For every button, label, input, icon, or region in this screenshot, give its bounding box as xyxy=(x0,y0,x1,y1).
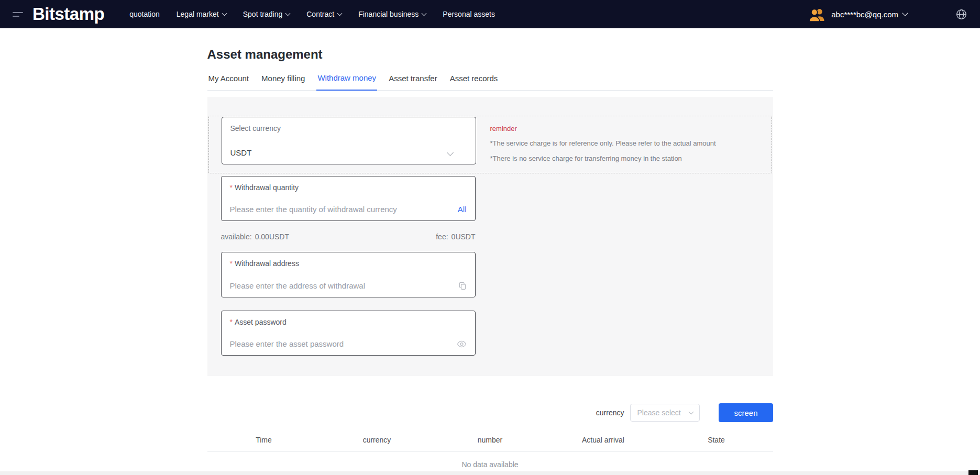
eye-visibility-icon[interactable] xyxy=(457,340,467,348)
chevron-down-icon xyxy=(337,10,343,16)
tab-withdraw-money[interactable]: Withdraw money xyxy=(316,73,377,91)
balance-fee-row: available: 0.00USDT fee: 0USDT xyxy=(221,231,476,242)
reminder-line: *The service charge is for reference onl… xyxy=(490,139,716,147)
nav-item-spot-trading[interactable]: Spot trading xyxy=(243,10,290,18)
chevron-down-icon xyxy=(902,10,908,16)
withdrawal-address-field: * Withdrawal address xyxy=(221,252,476,297)
avatar-users-icon xyxy=(808,7,827,21)
language-globe-icon[interactable] xyxy=(955,8,967,20)
select-currency-label: Select currency xyxy=(230,124,467,132)
tab-bar: My Account Money filling Withdraw money … xyxy=(207,73,773,91)
nav-label: Contract xyxy=(306,10,334,18)
withdraw-form-panel: Select currency USDT reminder *The servi… xyxy=(207,97,773,376)
reminder-title: reminder xyxy=(490,125,716,132)
chevron-down-icon xyxy=(222,10,227,16)
asset-password-input[interactable] xyxy=(230,339,452,348)
withdrawal-quantity-field: * Withdrawal quantity All xyxy=(221,176,476,221)
records-table-header: Time currency number Actual arrival Stat… xyxy=(207,436,773,452)
available-label: available: xyxy=(221,233,252,241)
empty-state-text: No data available xyxy=(207,460,773,469)
nav-item-financial-business[interactable]: Financial business xyxy=(358,10,426,18)
nav-item-quotation[interactable]: quotation xyxy=(129,10,160,18)
topbar: Bitstamp quotation Legal market Spot tra… xyxy=(0,0,980,28)
tab-asset-records[interactable]: Asset records xyxy=(449,74,499,90)
withdraw-records-section: currency Please select screen Time curre… xyxy=(207,403,773,469)
available-value: 0.00USDT xyxy=(255,233,289,241)
nav-item-legal-market[interactable]: Legal market xyxy=(177,10,226,18)
withdrawal-quantity-input[interactable] xyxy=(230,205,453,214)
column-header-number: number xyxy=(434,436,547,444)
required-asterisk: * xyxy=(230,183,233,192)
horizontal-scrollbar[interactable] xyxy=(0,471,980,475)
required-asterisk: * xyxy=(230,318,233,326)
currency-filter-label: currency xyxy=(596,408,624,417)
column-header-state: State xyxy=(660,436,773,444)
chevron-down-icon xyxy=(447,149,454,156)
page-title: Asset management xyxy=(207,47,773,62)
user-account-menu[interactable]: abc****bc@qq.com xyxy=(808,7,907,21)
nav-label: quotation xyxy=(129,10,160,18)
column-header-time: Time xyxy=(207,436,321,444)
topbar-right: abc****bc@qq.com xyxy=(808,7,967,21)
user-email: abc****bc@qq.com xyxy=(831,10,898,19)
main-content: Asset management My Account Money fillin… xyxy=(207,47,773,469)
fee-label: fee: xyxy=(436,233,448,241)
main-nav: quotation Legal market Spot trading Cont… xyxy=(129,10,495,18)
reminder-block: reminder *The service charge is for refe… xyxy=(476,116,726,170)
paste-copy-icon[interactable] xyxy=(458,282,467,290)
fee-value: 0USDT xyxy=(452,233,476,241)
brand-logo[interactable]: Bitstamp xyxy=(32,4,104,24)
tab-money-filling[interactable]: Money filling xyxy=(260,74,306,90)
select-currency-dropdown[interactable]: Select currency USDT xyxy=(222,117,476,164)
withdrawal-address-label: Withdrawal address xyxy=(235,259,299,268)
asset-password-label: Asset password xyxy=(235,318,287,326)
screen-filter-button[interactable]: screen xyxy=(719,403,773,422)
withdrawal-quantity-label: Withdrawal quantity xyxy=(235,183,299,192)
reminder-line: *There is no service charge for transfer… xyxy=(490,154,716,162)
chevron-down-icon xyxy=(422,10,427,16)
column-header-currency: currency xyxy=(321,436,434,444)
currency-reminder-group: Select currency USDT reminder *The servi… xyxy=(208,116,772,173)
currency-filter-select[interactable]: Please select xyxy=(630,404,700,422)
nav-item-contract[interactable]: Contract xyxy=(306,10,342,18)
chevron-down-icon xyxy=(689,410,694,415)
currency-filter-placeholder: Please select xyxy=(637,408,680,417)
nav-item-personal-assets[interactable]: Personal assets xyxy=(443,10,495,18)
withdrawal-address-input[interactable] xyxy=(230,281,453,290)
chevron-down-icon xyxy=(285,10,291,16)
column-header-actual-arrival: Actual arrival xyxy=(547,436,660,444)
scrollbar-corner xyxy=(968,470,978,475)
asset-password-field: * Asset password xyxy=(221,311,476,356)
tab-asset-transfer[interactable]: Asset transfer xyxy=(388,74,438,90)
required-asterisk: * xyxy=(230,259,233,268)
hamburger-menu-icon[interactable] xyxy=(13,12,24,17)
selected-currency-value: USDT xyxy=(230,148,252,157)
all-max-link[interactable]: All xyxy=(458,205,467,214)
nav-label: Personal assets xyxy=(443,10,495,18)
tab-my-account[interactable]: My Account xyxy=(207,74,250,90)
nav-label: Legal market xyxy=(177,10,219,18)
records-filter-row: currency Please select screen xyxy=(207,403,773,422)
nav-label: Financial business xyxy=(358,10,419,18)
nav-label: Spot trading xyxy=(243,10,283,18)
